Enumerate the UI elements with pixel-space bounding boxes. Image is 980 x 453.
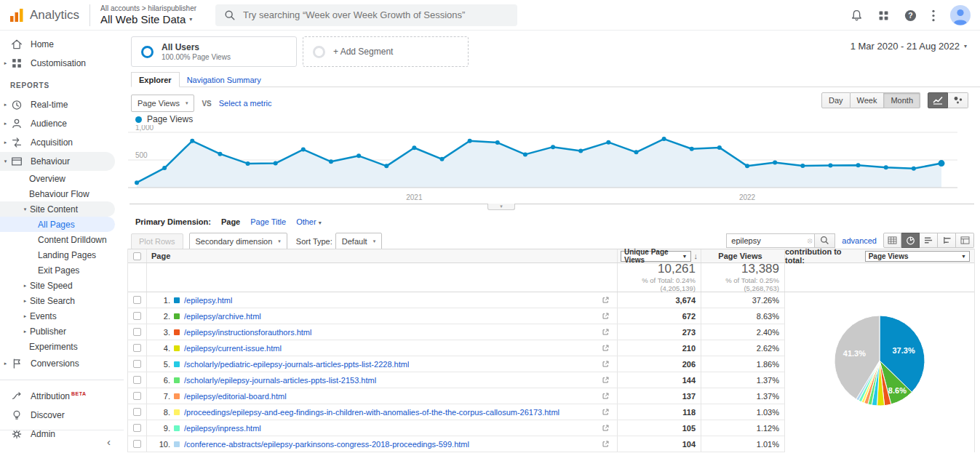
data-view-button[interactable]: [883, 233, 901, 248]
page-url-link[interactable]: /scholarly/pediatric-epilepsy-journals-a…: [184, 360, 409, 369]
data-point[interactable]: Jun 2020: 610: [218, 152, 222, 156]
data-point[interactable]: Aug 2021: 820: [606, 140, 610, 145]
row-checkbox[interactable]: [133, 312, 141, 320]
global-search-input[interactable]: [243, 9, 509, 20]
data-point[interactable]: Apr 2022: 400: [828, 164, 832, 168]
sidebar-item-discover[interactable]: Discover: [0, 406, 115, 425]
motion-chart-view-button[interactable]: [948, 92, 968, 108]
sidebar-item-overview[interactable]: Overview: [0, 171, 115, 186]
open-in-new-icon[interactable]: [602, 344, 610, 352]
data-point[interactable]: Jul 2020: 435: [246, 161, 250, 166]
date-range-picker[interactable]: 1 Mar 2020 - 21 Aug 2022 ▾: [850, 41, 967, 52]
open-in-new-icon[interactable]: [602, 392, 610, 400]
data-point[interactable]: Jul 2021: 665: [578, 148, 583, 153]
page-url-link[interactable]: /epilepsy/current-issue.html: [184, 344, 282, 353]
data-point[interactable]: Apr 2021: 815: [495, 140, 500, 145]
comparison-view-button[interactable]: [938, 233, 956, 248]
table-search-button[interactable]: [815, 233, 835, 248]
select-all-checkbox[interactable]: [133, 252, 141, 260]
sidebar-item-content-drilldown[interactable]: Content Drilldown: [0, 232, 115, 247]
row-checkbox[interactable]: [133, 424, 141, 432]
page-url-link[interactable]: /epilepsy.html: [184, 296, 232, 305]
sidebar-item-behaviour[interactable]: ▾Behaviour: [0, 152, 115, 171]
data-point[interactable]: Jul 2022: 345: [912, 167, 916, 171]
open-in-new-icon[interactable]: [602, 408, 610, 416]
data-point[interactable]: Feb 2022: 455: [773, 160, 777, 164]
sidebar-item-acquisition[interactable]: ▸Acquisition: [0, 133, 115, 152]
data-point[interactable]: Dec 2020: 390: [384, 164, 389, 168]
clear-search-icon[interactable]: ⦻: [808, 236, 813, 245]
page-url-link[interactable]: /epilepsy/archive.html: [184, 312, 261, 321]
data-point[interactable]: Jan 2022: 390: [745, 164, 749, 168]
data-point[interactable]: Apr 2020: 355: [162, 166, 167, 170]
contribution-metric-select[interactable]: Page Views ▼: [865, 251, 970, 262]
granularity-week-button[interactable]: Week: [850, 92, 885, 108]
sidebar-item-events[interactable]: ▸Events: [0, 308, 115, 324]
page-url-link[interactable]: /scholarly/epilepsy-journals-articles-pp…: [184, 376, 376, 385]
tab-navigation-summary[interactable]: Navigation Summary: [180, 73, 268, 87]
row-checkbox[interactable]: [133, 376, 141, 384]
data-point[interactable]: Jun 2021: 735: [551, 145, 555, 149]
percentage-view-button[interactable]: [901, 233, 920, 248]
sidebar-item-attribution[interactable]: AttributionBETA: [0, 387, 115, 406]
sidebar-item-site-search[interactable]: ▸Site Search: [0, 293, 115, 308]
data-point[interactable]: Aug 2022: 440: [939, 160, 945, 167]
page-url-link[interactable]: /proceedings/epilepsy-and-eeg-findings-i…: [184, 408, 559, 417]
row-checkbox[interactable]: [133, 328, 141, 336]
sidebar-item-customisation[interactable]: ▸Customisation: [0, 54, 115, 73]
data-point[interactable]: Sep 2020: 690: [301, 148, 306, 152]
page-url-link[interactable]: /epilepsy/instructionsforauthors.html: [184, 328, 311, 337]
open-in-new-icon[interactable]: [602, 296, 610, 304]
dimension-page[interactable]: Page: [221, 217, 240, 226]
sort-type-select[interactable]: Default ▾: [335, 233, 382, 250]
sidebar-item-home[interactable]: Home: [0, 35, 115, 54]
sidebar-collapse-button[interactable]: ‹: [0, 430, 124, 453]
apps-grid-icon[interactable]: [877, 9, 890, 22]
open-in-new-icon[interactable]: [602, 424, 610, 432]
sidebar-item-site-content[interactable]: ▾Site Content: [0, 201, 115, 217]
secondary-dimension-select[interactable]: Secondary dimension ▾: [189, 233, 287, 250]
data-point[interactable]: Aug 2020: 440: [274, 161, 278, 166]
more-vertical-icon[interactable]: [931, 9, 936, 23]
pivot-view-button[interactable]: [956, 233, 974, 248]
performance-view-button[interactable]: [920, 233, 938, 248]
row-checkbox[interactable]: [133, 360, 141, 368]
sidebar-item-landing-pages[interactable]: Landing Pages: [0, 247, 115, 262]
data-point[interactable]: Mar 2022: 395: [800, 164, 805, 168]
avatar[interactable]: [949, 4, 971, 26]
global-search[interactable]: [215, 4, 517, 26]
data-point[interactable]: May 2020: 845: [190, 139, 194, 143]
help-icon[interactable]: ?: [904, 9, 917, 23]
metric-select[interactable]: Page Views ▾: [131, 95, 194, 112]
sort-direction-icon[interactable]: ↓: [694, 252, 698, 260]
open-in-new-icon[interactable]: [602, 440, 610, 448]
sidebar-item-experiments[interactable]: Experiments: [0, 339, 115, 354]
open-in-new-icon[interactable]: [602, 328, 610, 336]
page-url-link[interactable]: /epilepsy/inpress.html: [184, 424, 261, 433]
analytics-logo[interactable]: Analytics: [0, 7, 79, 23]
granularity-day-button[interactable]: Day: [821, 92, 850, 108]
open-in-new-icon[interactable]: [602, 360, 610, 368]
granularity-month-button[interactable]: Month: [884, 92, 920, 108]
row-checkbox[interactable]: [133, 392, 141, 400]
data-point[interactable]: Mar 2021: 845: [468, 139, 472, 143]
select-metric-link[interactable]: Select a metric: [219, 99, 272, 108]
dimension-other[interactable]: Other ▾: [296, 217, 322, 226]
page-url-link[interactable]: /conference-abstracts/epilepsy-parkinson…: [184, 440, 469, 449]
sidebar-item-exit-pages[interactable]: Exit Pages: [0, 262, 115, 278]
open-in-new-icon[interactable]: [602, 376, 610, 384]
row-checkbox[interactable]: [133, 296, 141, 304]
segment-all-users[interactable]: All Users 100.00% Page Views: [131, 36, 297, 67]
timeline-slider-handle[interactable]: ▾: [487, 204, 515, 210]
data-point[interactable]: Oct 2021: 880: [662, 137, 666, 141]
sidebar-item-conversions[interactable]: ▸Conversions: [0, 354, 115, 373]
notifications-bell-icon[interactable]: [850, 9, 864, 23]
data-point[interactable]: Dec 2021: 725: [717, 145, 722, 150]
sidebar-item-publisher[interactable]: ▸Publisher: [0, 324, 115, 339]
sidebar-item-all-pages[interactable]: All Pages: [0, 217, 115, 232]
advanced-search-link[interactable]: advanced: [842, 236, 877, 245]
data-point[interactable]: Jan 2021: 720: [412, 145, 416, 150]
dimension-page-title[interactable]: Page Title: [250, 217, 286, 226]
data-point[interactable]: Sep 2021: 640: [634, 150, 638, 154]
unique-pageviews-column-select[interactable]: Unique Page Views ▼: [621, 251, 691, 262]
